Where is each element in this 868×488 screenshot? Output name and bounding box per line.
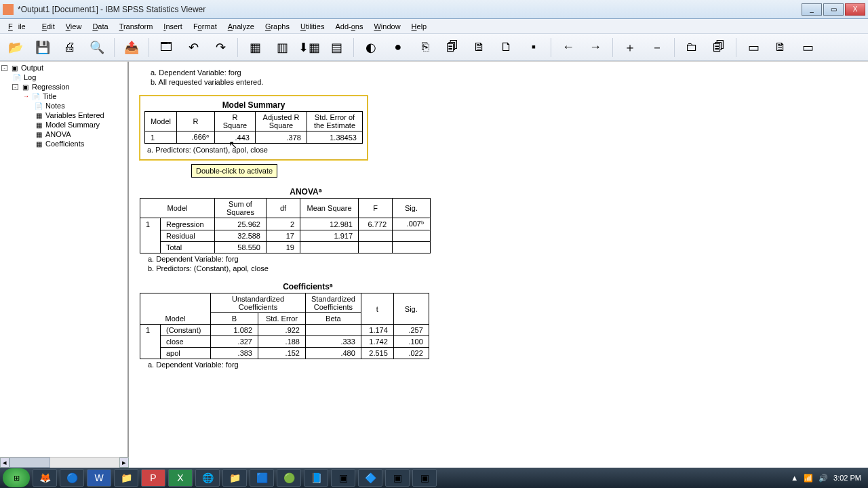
maximize-button[interactable]: ▭	[823, 3, 844, 16]
tree-label: Coefficients	[45, 140, 84, 148]
script-button[interactable]: 🗎	[769, 36, 792, 59]
task-app6[interactable]: ▣	[385, 469, 410, 487]
goto-data-button[interactable]: ▦	[243, 36, 267, 59]
expand-button[interactable]: ＋	[618, 36, 642, 59]
show-hide-button[interactable]: 🗀	[680, 36, 703, 59]
redo-button[interactable]: ↷	[209, 36, 232, 59]
task-app4[interactable]: 📘	[304, 469, 328, 487]
open-button[interactable]: 📂	[4, 36, 27, 59]
menu-utilities[interactable]: Utilities	[295, 20, 330, 33]
print-preview-button[interactable]: 🔍	[85, 36, 108, 59]
menu-file[interactable]: File	[3, 20, 37, 33]
model-summary-table[interactable]: Model Summary Model R R Square Adjusted …	[140, 96, 368, 160]
undo-button[interactable]: ↶	[182, 36, 205, 59]
minimize-button[interactable]: _	[802, 3, 822, 16]
menu-view[interactable]: View	[60, 20, 87, 33]
output-pane[interactable]: a. Dependent Variable: forg b. All reque…	[129, 62, 868, 468]
menu-window[interactable]: Window	[368, 20, 406, 33]
tray-flag-icon[interactable]: ▲	[791, 474, 798, 482]
chart-button[interactable]: ▭	[796, 36, 819, 59]
col-sig: Sig.	[393, 293, 429, 325]
insert-page-button[interactable]: 🗐	[441, 36, 464, 59]
save-button[interactable]: 💾	[31, 36, 54, 59]
col-df: df	[267, 199, 300, 218]
tree-label: Notes	[45, 102, 65, 110]
print-button[interactable]: 🖨	[58, 36, 81, 59]
export-button[interactable]: 📤	[120, 36, 143, 59]
task-ie[interactable]: 🌐	[195, 469, 220, 487]
task-app7[interactable]: ▣	[412, 469, 437, 487]
insert-text-button[interactable]: ⎘	[414, 36, 437, 59]
notes-icon: 📄	[34, 102, 43, 110]
menu-insert[interactable]: Insert	[158, 20, 188, 33]
separator	[674, 38, 675, 57]
tray-time[interactable]: 3:02 PM	[833, 474, 861, 482]
task-app3[interactable]: 🟢	[277, 469, 301, 487]
task-explorer[interactable]: 📁	[222, 469, 247, 487]
tree-log[interactable]: 📄 Log	[1, 73, 126, 82]
variables-button[interactable]: ⬇▦	[298, 36, 321, 59]
collapse-icon[interactable]: -	[12, 84, 18, 90]
tree-h-scrollbar[interactable]: ◂▸	[0, 457, 129, 468]
tree-label: Title	[43, 92, 56, 100]
folder-icon: ▣	[20, 83, 30, 91]
tree-notes[interactable]: 📄 Notes	[1, 101, 126, 110]
select-cases-button[interactable]: ▤	[325, 36, 348, 59]
task-word[interactable]: W	[87, 469, 111, 487]
footnote: b. Predictors: (Constant), apol, close	[148, 264, 863, 272]
insert-heading-button[interactable]: ◐	[359, 36, 382, 59]
app-icon	[3, 4, 14, 15]
task-app2[interactable]: 🟦	[250, 469, 274, 487]
pivot-button[interactable]: ▭	[742, 36, 765, 59]
menu-graphs[interactable]: Graphs	[260, 20, 295, 33]
menu-transform[interactable]: Transform	[114, 20, 159, 33]
tray-network-icon[interactable]: 📶	[804, 474, 813, 483]
tree-label: Output	[21, 64, 43, 72]
forward-button[interactable]: →	[584, 36, 607, 59]
col-adjrsq: Adjusted R Square	[255, 112, 307, 131]
menu-help[interactable]: Help	[406, 20, 433, 33]
goto-variable-button[interactable]: ▥	[271, 36, 294, 59]
tree-coefficients[interactable]: ▦ Coefficients	[1, 139, 126, 148]
designate-button[interactable]: 🗋	[495, 36, 518, 59]
collapse-icon[interactable]: -	[1, 65, 7, 71]
tree-model-summary[interactable]: ▦ Model Summary	[1, 120, 126, 129]
tree-variables-entered[interactable]: ▦ Variables Entered	[1, 110, 126, 120]
back-button[interactable]: ←	[557, 36, 580, 59]
tree-output[interactable]: - ▣ Output	[1, 63, 126, 73]
copy-button[interactable]: 🗐	[707, 36, 730, 59]
insert-new-button[interactable]: 🗎	[468, 36, 491, 59]
menu-edit[interactable]: Edit	[37, 20, 60, 33]
task-app1[interactable]: 📁	[114, 469, 138, 487]
menu-addons[interactable]: Add-ons	[330, 20, 368, 33]
task-spss[interactable]: ▣	[331, 469, 355, 487]
task-chrome[interactable]: 🔵	[60, 469, 84, 487]
tray-volume-icon[interactable]: 🔊	[818, 474, 828, 483]
menu-format[interactable]: Format	[188, 20, 222, 33]
start-button[interactable]: ⊞	[3, 468, 30, 487]
tree-anova[interactable]: ▦ ANOVA	[1, 129, 126, 139]
coefficients-table[interactable]: Model Unstandardized Coefficients Standa…	[140, 293, 429, 359]
menu-data[interactable]: Data	[87, 20, 113, 33]
table-icon: ▦	[34, 130, 43, 138]
task-powerpoint[interactable]: P	[141, 469, 165, 487]
table-row: 1 .666ᵃ .443 .378 1.38453	[145, 131, 363, 144]
task-app5[interactable]: 🔷	[358, 469, 382, 487]
separator	[612, 38, 613, 57]
menu-analyze[interactable]: Analyze	[222, 20, 260, 33]
recall-dialog-button[interactable]: 🗔	[155, 36, 178, 59]
task-excel[interactable]: X	[168, 469, 193, 487]
table-row: 1 Regression 25.962 2 12.981 6.772 .007ᵇ	[140, 218, 431, 230]
tree-title[interactable]: → 📄 Title	[1, 92, 126, 101]
task-firefox[interactable]: 🦊	[33, 469, 57, 487]
collapse-button[interactable]: －	[646, 36, 669, 59]
tree-regression[interactable]: - ▣ Regression	[1, 82, 126, 92]
col-model: Model	[140, 293, 211, 325]
close-button[interactable]: X	[845, 3, 865, 16]
anova-table[interactable]: Model Sum of Squares df Mean Square F Si…	[140, 198, 431, 253]
insert-title-button[interactable]: ●	[387, 36, 410, 59]
outline-tree[interactable]: - ▣ Output 📄 Log - ▣ Regression → 📄 Titl…	[0, 62, 129, 457]
run-button[interactable]: ▪	[522, 36, 545, 59]
toolbar: 📂 💾 🖨 🔍 📤 🗔 ↶ ↷ ▦ ▥ ⬇▦ ▤ ◐ ● ⎘ 🗐 🗎 🗋 ▪ ←…	[0, 34, 868, 61]
system-tray[interactable]: ▲ 📶 🔊 3:02 PM	[791, 474, 865, 483]
